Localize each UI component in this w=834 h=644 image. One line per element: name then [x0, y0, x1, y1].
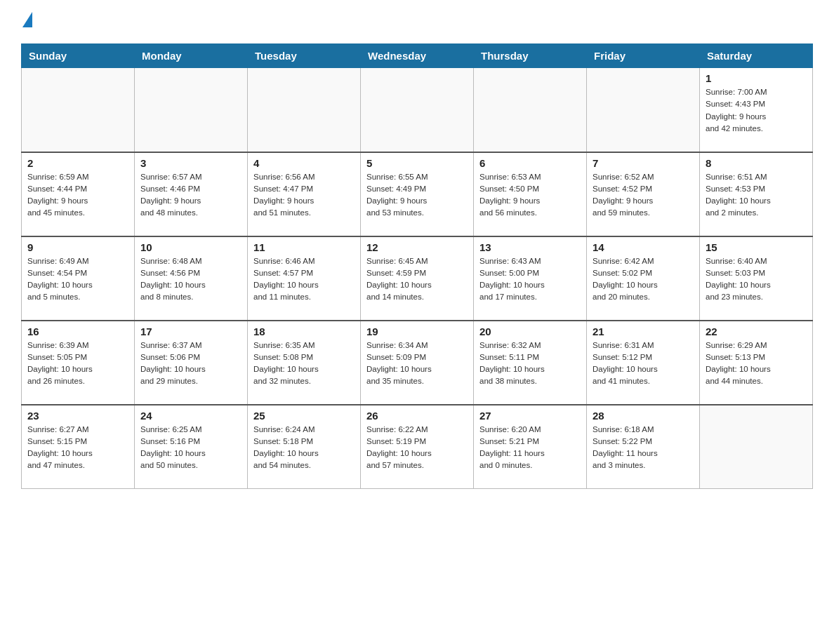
day-number: 1	[706, 72, 807, 84]
day-number: 11	[253, 241, 355, 253]
day-number: 19	[366, 326, 468, 337]
day-number: 17	[140, 326, 241, 337]
calendar-day-cell	[474, 68, 587, 152]
day-number: 24	[140, 410, 241, 422]
calendar-day-cell: 14Sunrise: 6:42 AM Sunset: 5:02 PM Dayli…	[587, 236, 700, 321]
calendar-header-row: SundayMondayTuesdayWednesdayThursdayFrid…	[22, 44, 813, 68]
day-info: Sunrise: 6:59 AM Sunset: 4:44 PM Dayligh…	[27, 171, 128, 220]
day-number: 6	[479, 157, 581, 169]
calendar-day-cell	[135, 68, 248, 152]
calendar-week-row: 2Sunrise: 6:59 AM Sunset: 4:44 PM Daylig…	[22, 152, 813, 236]
calendar-day-cell: 16Sunrise: 6:39 AM Sunset: 5:05 PM Dayli…	[22, 321, 135, 405]
day-info: Sunrise: 6:29 AM Sunset: 5:13 PM Dayligh…	[706, 340, 807, 388]
calendar-day-cell: 18Sunrise: 6:35 AM Sunset: 5:08 PM Dayli…	[248, 321, 361, 405]
day-number: 10	[140, 241, 241, 253]
calendar-day-cell	[248, 68, 361, 152]
day-number: 3	[140, 157, 241, 169]
day-info: Sunrise: 6:20 AM Sunset: 5:21 PM Dayligh…	[479, 424, 581, 472]
day-info: Sunrise: 6:57 AM Sunset: 4:46 PM Dayligh…	[140, 171, 241, 220]
calendar-day-cell: 19Sunrise: 6:34 AM Sunset: 5:09 PM Dayli…	[361, 321, 474, 405]
day-info: Sunrise: 6:43 AM Sunset: 5:00 PM Dayligh…	[479, 255, 581, 304]
day-info: Sunrise: 6:27 AM Sunset: 5:15 PM Dayligh…	[27, 424, 128, 472]
calendar-day-cell: 13Sunrise: 6:43 AM Sunset: 5:00 PM Dayli…	[474, 236, 587, 321]
day-of-week-header: Sunday	[22, 44, 135, 68]
day-info: Sunrise: 6:45 AM Sunset: 4:59 PM Dayligh…	[366, 255, 468, 304]
day-number: 15	[706, 241, 807, 253]
calendar-day-cell: 10Sunrise: 6:48 AM Sunset: 4:56 PM Dayli…	[135, 236, 248, 321]
day-number: 22	[706, 326, 807, 337]
day-info: Sunrise: 6:39 AM Sunset: 5:05 PM Dayligh…	[27, 340, 128, 388]
day-info: Sunrise: 6:18 AM Sunset: 5:22 PM Dayligh…	[593, 424, 694, 472]
day-of-week-header: Friday	[587, 44, 700, 68]
calendar-day-cell: 21Sunrise: 6:31 AM Sunset: 5:12 PM Dayli…	[587, 321, 700, 405]
day-number: 28	[593, 410, 694, 422]
day-number: 23	[27, 410, 128, 422]
day-info: Sunrise: 6:51 AM Sunset: 4:53 PM Dayligh…	[706, 171, 807, 220]
day-info: Sunrise: 6:24 AM Sunset: 5:18 PM Dayligh…	[253, 424, 355, 472]
page-header	[21, 14, 813, 29]
calendar-day-cell: 26Sunrise: 6:22 AM Sunset: 5:19 PM Dayli…	[361, 405, 474, 489]
calendar-day-cell: 6Sunrise: 6:53 AM Sunset: 4:50 PM Daylig…	[474, 152, 587, 236]
day-info: Sunrise: 6:56 AM Sunset: 4:47 PM Dayligh…	[253, 171, 355, 220]
day-number: 12	[366, 241, 468, 253]
calendar-day-cell	[700, 405, 813, 489]
calendar-day-cell: 23Sunrise: 6:27 AM Sunset: 5:15 PM Dayli…	[22, 405, 135, 489]
day-info: Sunrise: 6:55 AM Sunset: 4:49 PM Dayligh…	[366, 171, 468, 220]
day-of-week-header: Monday	[135, 44, 248, 68]
day-number: 13	[479, 241, 581, 253]
day-of-week-header: Tuesday	[248, 44, 361, 68]
day-info: Sunrise: 6:22 AM Sunset: 5:19 PM Dayligh…	[366, 424, 468, 472]
calendar-day-cell: 17Sunrise: 6:37 AM Sunset: 5:06 PM Dayli…	[135, 321, 248, 405]
calendar-table: SundayMondayTuesdayWednesdayThursdayFrid…	[21, 43, 813, 489]
calendar-day-cell: 27Sunrise: 6:20 AM Sunset: 5:21 PM Dayli…	[474, 405, 587, 489]
day-number: 26	[366, 410, 468, 422]
calendar-week-row: 16Sunrise: 6:39 AM Sunset: 5:05 PM Dayli…	[22, 321, 813, 405]
day-number: 14	[593, 241, 694, 253]
day-info: Sunrise: 6:34 AM Sunset: 5:09 PM Dayligh…	[366, 340, 468, 388]
calendar-day-cell	[587, 68, 700, 152]
day-number: 5	[366, 157, 468, 169]
day-number: 8	[706, 157, 807, 169]
day-info: Sunrise: 6:46 AM Sunset: 4:57 PM Dayligh…	[253, 255, 355, 304]
calendar-day-cell: 9Sunrise: 6:49 AM Sunset: 4:54 PM Daylig…	[22, 236, 135, 321]
day-number: 27	[479, 410, 581, 422]
day-info: Sunrise: 6:48 AM Sunset: 4:56 PM Dayligh…	[140, 255, 241, 304]
logo-triangle-icon	[22, 12, 32, 27]
day-info: Sunrise: 6:40 AM Sunset: 5:03 PM Dayligh…	[706, 255, 807, 304]
calendar-day-cell: 5Sunrise: 6:55 AM Sunset: 4:49 PM Daylig…	[361, 152, 474, 236]
day-info: Sunrise: 6:49 AM Sunset: 4:54 PM Dayligh…	[27, 255, 128, 304]
calendar-day-cell: 7Sunrise: 6:52 AM Sunset: 4:52 PM Daylig…	[587, 152, 700, 236]
day-of-week-header: Thursday	[474, 44, 587, 68]
calendar-day-cell: 25Sunrise: 6:24 AM Sunset: 5:18 PM Dayli…	[248, 405, 361, 489]
calendar-day-cell: 15Sunrise: 6:40 AM Sunset: 5:03 PM Dayli…	[700, 236, 813, 321]
calendar-day-cell: 28Sunrise: 6:18 AM Sunset: 5:22 PM Dayli…	[587, 405, 700, 489]
calendar-week-row: 1Sunrise: 7:00 AM Sunset: 4:43 PM Daylig…	[22, 68, 813, 152]
calendar-day-cell: 22Sunrise: 6:29 AM Sunset: 5:13 PM Dayli…	[700, 321, 813, 405]
calendar-week-row: 23Sunrise: 6:27 AM Sunset: 5:15 PM Dayli…	[22, 405, 813, 489]
day-info: Sunrise: 6:25 AM Sunset: 5:16 PM Dayligh…	[140, 424, 241, 472]
day-info: Sunrise: 6:35 AM Sunset: 5:08 PM Dayligh…	[253, 340, 355, 388]
day-info: Sunrise: 6:42 AM Sunset: 5:02 PM Dayligh…	[593, 255, 694, 304]
day-info: Sunrise: 6:52 AM Sunset: 4:52 PM Dayligh…	[593, 171, 694, 220]
day-of-week-header: Saturday	[700, 44, 813, 68]
calendar-day-cell: 24Sunrise: 6:25 AM Sunset: 5:16 PM Dayli…	[135, 405, 248, 489]
day-info: Sunrise: 7:00 AM Sunset: 4:43 PM Dayligh…	[706, 86, 807, 135]
calendar-day-cell	[361, 68, 474, 152]
day-number: 25	[253, 410, 355, 422]
calendar-day-cell: 12Sunrise: 6:45 AM Sunset: 4:59 PM Dayli…	[361, 236, 474, 321]
calendar-day-cell: 11Sunrise: 6:46 AM Sunset: 4:57 PM Dayli…	[248, 236, 361, 321]
day-of-week-header: Wednesday	[361, 44, 474, 68]
calendar-day-cell	[22, 68, 135, 152]
day-info: Sunrise: 6:37 AM Sunset: 5:06 PM Dayligh…	[140, 340, 241, 388]
calendar-day-cell: 4Sunrise: 6:56 AM Sunset: 4:47 PM Daylig…	[248, 152, 361, 236]
calendar-day-cell: 8Sunrise: 6:51 AM Sunset: 4:53 PM Daylig…	[700, 152, 813, 236]
day-number: 9	[27, 241, 128, 253]
day-number: 20	[479, 326, 581, 337]
calendar-day-cell: 3Sunrise: 6:57 AM Sunset: 4:46 PM Daylig…	[135, 152, 248, 236]
day-info: Sunrise: 6:31 AM Sunset: 5:12 PM Dayligh…	[593, 340, 694, 388]
calendar-week-row: 9Sunrise: 6:49 AM Sunset: 4:54 PM Daylig…	[22, 236, 813, 321]
day-info: Sunrise: 6:32 AM Sunset: 5:11 PM Dayligh…	[479, 340, 581, 388]
calendar-day-cell: 1Sunrise: 7:00 AM Sunset: 4:43 PM Daylig…	[700, 68, 813, 152]
day-number: 2	[27, 157, 128, 169]
day-number: 18	[253, 326, 355, 337]
